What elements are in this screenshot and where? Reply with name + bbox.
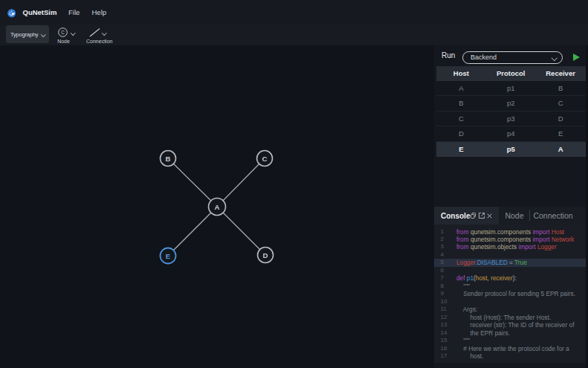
svg-text:B: B <box>166 155 171 163</box>
svg-text:C: C <box>262 155 268 163</box>
svg-text:A: A <box>215 203 220 211</box>
svg-text:E: E <box>166 252 170 260</box>
svg-text:C: C <box>61 30 65 35</box>
svg-text:D: D <box>263 251 268 259</box>
